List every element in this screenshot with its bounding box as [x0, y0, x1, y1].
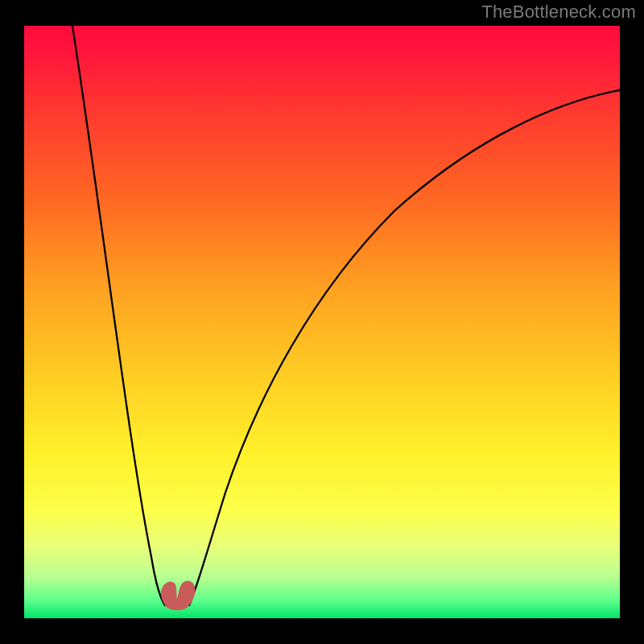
gradient-background: [24, 26, 620, 618]
plot-area: [24, 26, 620, 618]
watermark-text: TheBottleneck.com: [481, 2, 636, 23]
chart-svg: [24, 26, 620, 618]
outer-frame: TheBottleneck.com: [0, 0, 644, 644]
